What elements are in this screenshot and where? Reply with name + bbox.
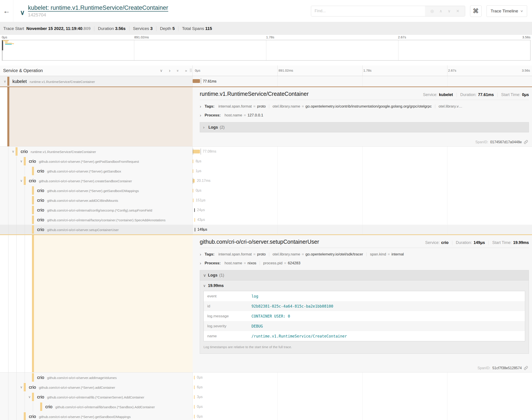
tag-item[interactable]: otel.library.name=go.opentelemetry.io/ot… (273, 252, 363, 256)
span-duration-bar[interactable] (193, 198, 194, 202)
span-row[interactable]: ∨ criogithub.com/cri-o/cri-o/server.(*Se… (0, 382, 532, 392)
trace-title-link[interactable]: kubelet: runtime.v1.RuntimeService/Creat… (28, 4, 168, 12)
locate-icon[interactable]: ◎ (430, 9, 434, 14)
span-duration-bar[interactable] (194, 376, 195, 379)
column-resizer[interactable] (190, 69, 191, 72)
tag-item[interactable]: span.kind=internal (370, 252, 404, 256)
divider (269, 252, 269, 256)
collapse-all-icon[interactable]: » (175, 70, 180, 72)
span-duration-bar[interactable] (193, 159, 193, 163)
span-row[interactable]: ∨ kubeletruntime.v1.RuntimeService/Creat… (0, 76, 532, 87)
timeline-gridline (362, 186, 363, 195)
tag-item[interactable]: otel.library.v… (438, 104, 462, 109)
collapse-one-icon[interactable]: ∨ (160, 68, 162, 73)
span-id-value: 51cf7f38e5128574 (492, 366, 522, 370)
tags-label: Tags: (205, 252, 214, 256)
logs-accordion[interactable]: › Logs (2) (200, 122, 529, 132)
process-row[interactable]: › Process: host.name=127.0.0.1 (200, 113, 529, 118)
span-row-timeline-cell: 6μs (193, 382, 532, 392)
span-row[interactable]: ∨ criogithub.com/cri-o/cri-o/server.(*Se… (0, 412, 532, 420)
service-color-bar (32, 196, 34, 204)
span-duration-bar[interactable] (194, 218, 195, 222)
span-row[interactable]: ∨ criogithub.com/cri-o/cri-o/server.(*Se… (0, 166, 532, 176)
tag-item[interactable]: internal.span.format=proto (219, 252, 266, 256)
link-icon[interactable] (524, 140, 528, 144)
minimap-span (5, 43, 12, 44)
expand-all-icon[interactable]: » (185, 69, 187, 73)
span-duration-bar[interactable] (194, 405, 195, 409)
span-row[interactable]: ∨ criogithub.com/cri-o/cri-o/internal/co… (0, 205, 532, 215)
timeline-gridline (277, 156, 278, 166)
total-spans-label: Total Spans (182, 26, 204, 31)
span-duration-bar[interactable] (194, 395, 195, 399)
chevron-up-icon[interactable]: ∧ (439, 9, 442, 14)
chevron-down-icon[interactable]: ∨ (19, 179, 24, 183)
span-row[interactable]: ∨ crioruntime.v1.RuntimeService/CreateCo… (0, 147, 532, 156)
chevron-down-icon[interactable]: ∨ (19, 385, 24, 389)
tags-row[interactable]: › Tags: internal.span.format=protootel.l… (200, 104, 529, 109)
chevron-down-icon[interactable]: ∨ (2, 79, 8, 83)
timeline-gridline (362, 215, 363, 225)
span-duration-bar[interactable] (193, 150, 200, 153)
indent-guide (8, 176, 8, 186)
indent-guide (16, 382, 17, 392)
indent-guide (8, 156, 8, 166)
keyboard-shortcuts-button[interactable]: ⌘ (470, 5, 482, 17)
tag-item[interactable]: host.name=nixos (225, 261, 256, 265)
span-row-timeline-cell: 20.17ms (193, 176, 532, 186)
span-row-text: crioruntime.v1.RuntimeService/CreateCont… (21, 149, 96, 154)
span-row[interactable]: ∨ criogithub.com/cri-o/cri-o/server.(*Se… (0, 186, 532, 195)
log-field-value: /runtime.v1.RuntimeService/CreateContain… (251, 334, 347, 338)
view-selector-button[interactable]: Trace Timeline ∨ (486, 5, 527, 17)
view-selector-label: Trace Timeline (491, 9, 518, 14)
timeline-gridline (277, 195, 278, 205)
chevron-down-icon[interactable]: ∨ (448, 9, 451, 14)
chevron-down-icon[interactable]: ∨ (27, 395, 32, 399)
service-color-bar (16, 147, 17, 156)
find-input[interactable] (311, 6, 425, 16)
logs-accordion[interactable]: ∨ Logs (1) (200, 270, 529, 281)
start-time-label: Start Time: (492, 240, 512, 245)
span-duration-bar[interactable] (193, 169, 193, 173)
span-duration-bar[interactable] (193, 79, 200, 83)
span-row[interactable]: ∨ criogithub.com/cri-o/cri-o/server.addO… (0, 195, 532, 205)
process-row[interactable]: › Process: host.name=nixosprocess.pid=62… (200, 261, 529, 266)
tag-item[interactable]: host.name=127.0.0.1 (225, 113, 263, 118)
span-row[interactable]: ∨ criogithub.com/cri-o/cri-o/server.addI… (0, 373, 532, 382)
span-duration-bar[interactable] (194, 208, 195, 212)
span-row[interactable]: ∨ criogithub.com/cri-o/cri-o/internal/li… (0, 392, 532, 402)
tag-item[interactable]: internal.span.format=proto (219, 104, 266, 109)
duration-value: 149μs (474, 240, 485, 245)
chevron-down-icon: ∨ (203, 284, 206, 288)
chevron-down-icon[interactable]: ∨ (19, 159, 24, 163)
span-row-timeline-cell: 1μs (193, 166, 532, 176)
operation-name: github.com/cri-o/cri-o/server.(*Server).… (39, 386, 115, 390)
span-row-name-cell: ∨ kubeletruntime.v1.RuntimeService/Creat… (0, 76, 193, 87)
span-duration-bar[interactable] (194, 415, 195, 419)
tags-row[interactable]: › Tags: internal.span.format=protootel.l… (200, 252, 529, 257)
trace-title-chevron-icon[interactable]: ∨ (20, 9, 25, 16)
back-button[interactable]: ← (0, 0, 13, 22)
span-duration-bar[interactable] (195, 228, 195, 231)
log-entry-toggle[interactable]: ∨ 19.99ms (200, 281, 529, 291)
span-duration-label: 151μs (196, 198, 205, 202)
service-name: crio (37, 375, 44, 380)
span-duration-bar[interactable] (194, 385, 195, 389)
span-row[interactable]: ∨ criogithub.com/cri-o/cri-o/server.setu… (0, 225, 532, 234)
span-row[interactable]: ∨ criogithub.com/cri-o/cri-o/internal/li… (0, 402, 532, 412)
span-row[interactable]: ∨ criogithub.com/cri-o/cri-o/internal/fa… (0, 215, 532, 225)
log-field-row: log.messageCONTAINER USER: 0 (204, 311, 525, 321)
services-value: 3 (150, 26, 153, 31)
span-row[interactable]: ∨ criogithub.com/cri-o/cri-o/server.(*Se… (0, 156, 532, 166)
tag-item[interactable]: process.pid=624283 (263, 261, 300, 265)
chevron-down-icon[interactable]: ∨ (10, 150, 16, 153)
link-icon[interactable] (524, 366, 528, 370)
tag-item[interactable]: otel.library.name=go.opentelemetry.io/co… (273, 104, 432, 109)
expand-one-icon[interactable]: › (169, 69, 171, 73)
span-row[interactable]: ∨ criogithub.com/cri-o/cri-o/server.(*Se… (0, 176, 532, 186)
minimap-scrubber-handle[interactable] (2, 40, 3, 50)
trace-minimap[interactable] (2, 40, 531, 60)
timeline-gridline (362, 166, 363, 176)
span-duration-bar[interactable] (193, 189, 193, 193)
close-icon[interactable]: ✕ (456, 9, 459, 14)
